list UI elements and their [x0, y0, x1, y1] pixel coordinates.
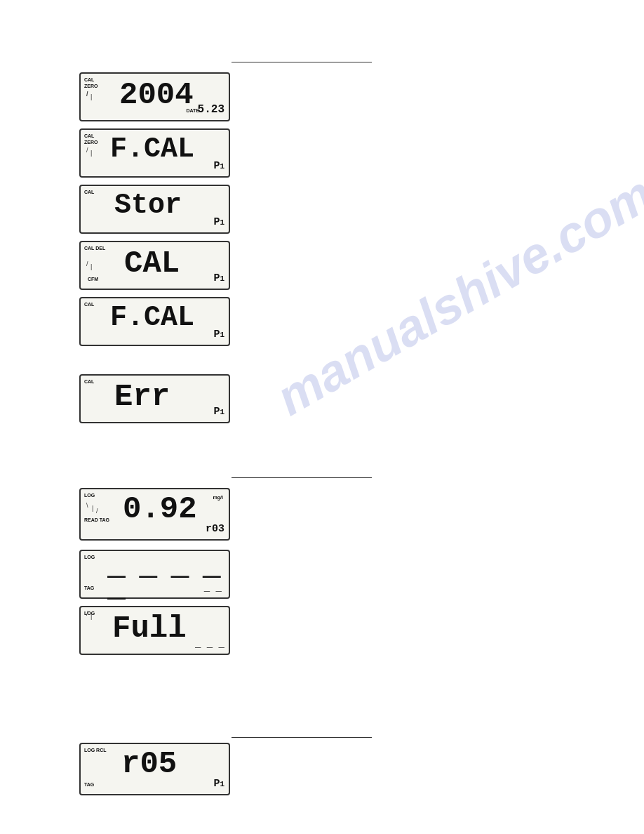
main-display-1: 2004 [119, 79, 194, 110]
sub-display-9: _ _ _ [195, 638, 224, 649]
panel-err: CAL Err P1 [79, 374, 230, 423]
panel-log-dots: LOG TAG — — — — — _ _ [79, 550, 230, 599]
label-cfm: CFM [88, 277, 98, 282]
label-cal-del: CAL DEL [84, 246, 105, 251]
label-log-rcl: LOG RCL [84, 748, 107, 753]
panel-cal-del: CAL DEL / | CFM CAL P1 [79, 241, 230, 290]
sub-display-10: P1 [213, 778, 224, 790]
main-display-3: Stor [114, 192, 182, 220]
divider-3 [232, 737, 372, 738]
label-cal-2: CAL [84, 133, 94, 138]
panel-fcal-1: CAL ZERO / | F.CAL P1 [79, 128, 230, 178]
sub-display-1: 5.23 [198, 103, 224, 116]
main-display-6: Err [114, 381, 170, 412]
sub-display-8: _ _ [204, 582, 222, 593]
main-display-7: 0.92 [123, 494, 197, 524]
label-cal-1: CAL [84, 77, 94, 82]
main-display-9: Full [112, 613, 187, 644]
panel-log-full: LOG / | Full _ _ _ [79, 606, 230, 655]
label-tag-10: TAG [84, 782, 94, 787]
sub-display-2: P1 [213, 160, 224, 172]
panel-fcal-2: CAL F.CAL P1 [79, 297, 230, 346]
sub-display-4: P1 [213, 272, 224, 284]
sub-display-6: P1 [213, 406, 224, 418]
label-tag-8: TAG [84, 585, 94, 590]
label-cal-6: CAL [84, 379, 94, 384]
sub-display-3: P1 [213, 216, 224, 228]
label-cal-3: CAL [84, 190, 94, 194]
label-zero-1: ZERO [84, 84, 98, 88]
main-display-10: r05 [121, 748, 177, 779]
panel-cal-zero-date: CAL ZERO / | 2004 DATE 5.23 [79, 72, 230, 121]
label-log-8: LOG [84, 555, 95, 560]
label-mgl: mg/l [213, 495, 223, 500]
label-zero-2: ZERO [84, 140, 98, 145]
sub-display-7: r03 [206, 523, 224, 535]
main-display-5: F.CAL [110, 304, 194, 332]
label-log-7: LOG [84, 493, 95, 498]
sub-display-5: P1 [213, 329, 224, 340]
label-read-tag: READ TAG [84, 517, 109, 522]
main-display-2: F.CAL [110, 135, 194, 164]
watermark: manualshive.com [267, 164, 644, 426]
label-cal-5: CAL [84, 302, 94, 307]
panel-log-read: LOG \ | / READ TAG mg/l 0.92 r03 [79, 488, 230, 541]
panel-stor: CAL Stor P1 [79, 185, 230, 234]
divider-1 [232, 62, 372, 62]
divider-2 [232, 477, 372, 478]
main-display-4: CAL [124, 248, 180, 279]
panel-log-rcl: LOG RCL TAG r05 P1 [79, 743, 230, 795]
page: manualshive.com CAL ZERO / | 2004 DATE 5… [0, 0, 644, 834]
